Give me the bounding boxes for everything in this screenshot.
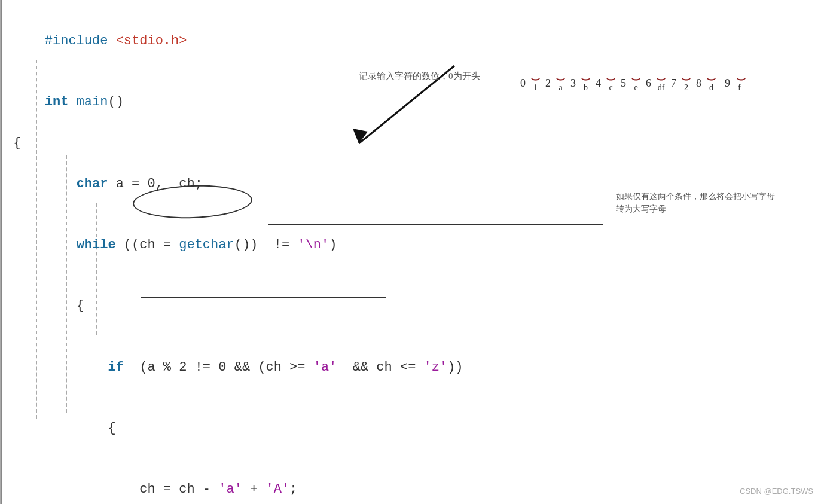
- code-line-6: {: [13, 276, 812, 337]
- digit-2: 2: [545, 78, 551, 88]
- digit-4: 4: [596, 78, 601, 88]
- code-line-1: #include <stdio.h>: [13, 11, 812, 72]
- digit-8: 8: [696, 78, 701, 88]
- code-line-9: ch = ch - 'a' + 'A';: [13, 459, 812, 504]
- digit-label-b: b: [584, 84, 588, 92]
- annotation-label-top: 记录输入字符的数位，0为开头: [359, 71, 480, 82]
- digit-label-c: c: [609, 84, 612, 92]
- digit-row-container: 0 ⌣ 1 2 ⌣ a 3 ⌣ b 4 ⌣ c 5 ⌣ e 6: [520, 71, 746, 92]
- digit-label-a: a: [559, 84, 562, 92]
- digit-label-e: e: [634, 84, 637, 92]
- annotation-right-1: 如果仅有这两个条件，那么将会把小写字母 转为大写字母: [616, 190, 775, 215]
- digit-label-df: df: [658, 84, 665, 92]
- digit-label-1: 1: [533, 84, 538, 92]
- code-line-5: while ((ch = getchar()) != '\n'): [13, 215, 812, 276]
- digit-label-d: d: [709, 84, 713, 92]
- code-line-3: {: [13, 133, 812, 154]
- digit-6: 6: [646, 78, 651, 88]
- watermark: CSDN @EDG.TSWS: [740, 487, 813, 496]
- digit-9: 9: [725, 78, 730, 88]
- digit-0: 0: [520, 78, 526, 88]
- digit-7: 7: [671, 78, 676, 88]
- digit-label-f: f: [738, 84, 741, 92]
- digit-3: 3: [570, 78, 576, 88]
- code-line-7: if (a % 2 != 0 && (ch >= 'a' && ch <= 'z…: [13, 337, 812, 398]
- digit-5: 5: [621, 78, 626, 88]
- code-line-8: {: [13, 398, 812, 459]
- digit-label-2: 2: [684, 84, 688, 92]
